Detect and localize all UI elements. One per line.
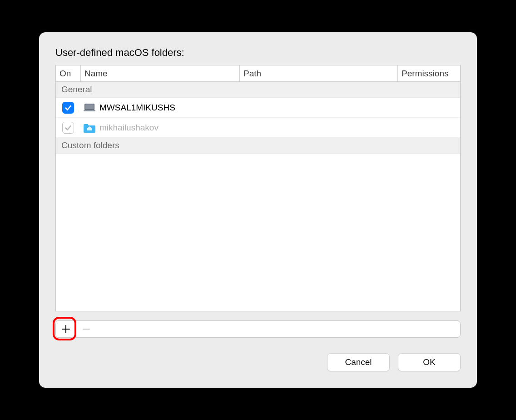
folders-table: On Name Path Permissions General — [55, 65, 461, 311]
column-header-name[interactable]: Name — [80, 65, 239, 81]
section-general: General — [56, 82, 460, 98]
check-icon — [64, 124, 72, 132]
check-icon — [64, 104, 72, 112]
add-button[interactable] — [56, 321, 76, 337]
add-remove-segmented — [55, 320, 461, 338]
toolbar — [55, 320, 461, 338]
minus-icon — [82, 325, 90, 333]
button-row: Cancel OK — [55, 353, 461, 371]
dialog-title: User-defined macOS folders: — [55, 47, 461, 59]
remove-button — [76, 321, 96, 337]
row-name: mikhailushakov — [99, 123, 159, 133]
checkbox-checked[interactable] — [62, 102, 74, 114]
svg-rect-2 — [84, 110, 95, 111]
home-folder-icon — [80, 122, 99, 133]
svg-rect-1 — [85, 104, 94, 109]
column-header-path[interactable]: Path — [239, 65, 397, 81]
column-header-on[interactable]: On — [56, 65, 80, 81]
table-row[interactable]: MWSAL1MIKUSHS — [56, 98, 460, 118]
checkbox-checked-disabled — [62, 122, 74, 134]
cancel-button[interactable]: Cancel — [327, 353, 390, 371]
plus-icon — [62, 325, 70, 333]
folders-dialog: User-defined macOS folders: On Name Path… — [39, 32, 477, 388]
section-custom: Custom folders — [56, 138, 460, 154]
table-row[interactable]: mikhailushakov — [56, 118, 460, 138]
row-name: MWSAL1MIKUSHS — [99, 103, 175, 113]
row-checkbox-cell — [56, 122, 80, 134]
column-header-permissions[interactable]: Permissions — [397, 65, 460, 81]
laptop-icon — [80, 103, 99, 113]
ok-button[interactable]: OK — [398, 353, 461, 371]
row-checkbox-cell — [56, 102, 80, 114]
empty-table-area — [56, 154, 460, 311]
table-header: On Name Path Permissions — [56, 65, 460, 82]
